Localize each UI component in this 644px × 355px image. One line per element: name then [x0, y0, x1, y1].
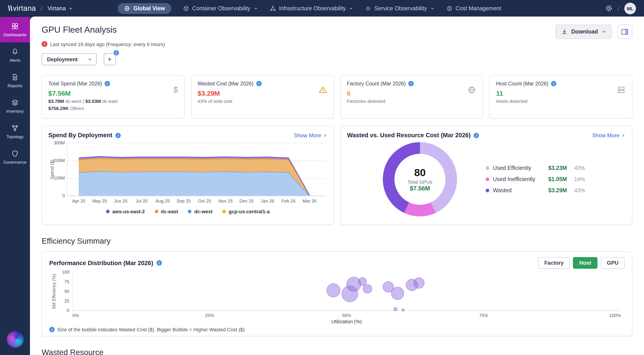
show-more-label: Show More — [592, 132, 620, 138]
legend-label: Used Inefficiently — [493, 176, 548, 182]
layers-icon — [11, 99, 19, 106]
dashboard-grid-icon — [11, 22, 19, 30]
legend-item[interactable]: gcp-us-central1-a — [222, 209, 270, 214]
legend-item[interactable]: dc-west — [188, 209, 213, 214]
toggle-gpu[interactable]: GPU — [600, 257, 625, 269]
bell-icon — [11, 48, 19, 56]
info-icon[interactable] — [551, 81, 556, 86]
svg-text:Utilization (%): Utilization (%) — [332, 319, 362, 324]
svg-text:200M: 200M — [54, 158, 65, 163]
chevron-down-icon — [69, 6, 73, 10]
svg-text:50: 50 — [64, 289, 69, 294]
document-icon — [11, 73, 19, 81]
show-more-link[interactable]: Show More — [592, 132, 626, 138]
svg-text:0: 0 — [62, 193, 65, 198]
plus-icon: + — [108, 56, 112, 63]
nav-item-cost-management[interactable]: Cost Management — [446, 5, 501, 12]
info-icon[interactable] — [116, 132, 121, 138]
spend-area-chart: 0100M200M300MApr 25May 25Jun 25Jul 25Aug… — [48, 138, 327, 206]
sidebar-item-governance[interactable]: Governance — [0, 144, 30, 170]
svg-text:Jul 25: Jul 25 — [136, 198, 148, 204]
show-more-label: Show More — [294, 132, 321, 138]
legend-label: gcp-us-central1-a — [229, 209, 270, 214]
scope-toggle-group: Factory Host GPU — [538, 257, 625, 269]
workspace-selector[interactable]: Virtana — [48, 5, 73, 12]
sidebar-item-dashboards[interactable]: Dashboards — [0, 17, 30, 42]
legend-item[interactable]: Used Inefficiently $1.05M 14% — [486, 176, 590, 182]
toggle-host[interactable]: Host — [573, 257, 598, 269]
wasted-vs-used-card: Wasted vs. Used Resource Cost (Mar 2026)… — [340, 126, 632, 225]
brand-text: virtana — [13, 4, 36, 12]
kpi-title: Total Spend (Mar 2026) — [48, 81, 102, 86]
virtana-orb-logo[interactable] — [6, 331, 24, 348]
show-more-link[interactable]: Show More — [294, 132, 327, 138]
service-gear-icon — [365, 5, 371, 12]
legend-label: dc-east — [161, 209, 178, 214]
toggle-factory[interactable]: Factory — [538, 257, 570, 269]
performance-bubble-chart: 02550751000%25%50%75%100%Utilization (%)… — [49, 269, 625, 324]
gear-icon — [605, 4, 613, 12]
kpi-card-total-spend: Total Spend (Mar 2026) $7.56M $3.78M dc-… — [42, 75, 185, 118]
nav-item-global-view[interactable]: Global View — [118, 3, 171, 14]
nav-divider — [40, 5, 44, 12]
sidebar-item-inventory[interactable]: Inventory — [0, 94, 30, 119]
sync-status-text: Last synced 19 days ago (Frequency: ever… — [50, 41, 165, 47]
svg-text:Oct 25: Oct 25 — [198, 198, 211, 204]
sidebar-label: Dashboards — [4, 32, 26, 37]
virtana-logo[interactable]: \\virtana — [8, 4, 36, 12]
info-icon[interactable] — [113, 50, 119, 56]
settings-button[interactable] — [605, 4, 613, 12]
page-title: GPU Fleet Analysis — [42, 24, 117, 35]
sidebar-item-topology[interactable]: Topology — [0, 119, 30, 144]
nav-item-container-observability[interactable]: Container Observability — [183, 5, 258, 12]
svg-text:100M: 100M — [54, 176, 65, 180]
nav-divider — [617, 5, 620, 12]
panel-toggle-button[interactable] — [617, 24, 632, 39]
legend-percent: 43% — [574, 165, 590, 171]
donut-total-gpus: 80 — [414, 167, 426, 179]
sidebar-item-alerts[interactable]: Alerts — [0, 42, 30, 68]
user-avatar[interactable]: ML — [624, 2, 636, 14]
info-icon[interactable] — [105, 81, 110, 86]
nav-item-infrastructure-observability[interactable]: Infrastructure Observability — [270, 5, 354, 12]
chevron-down-icon — [602, 30, 606, 34]
kpi-card-wasted-cost: Wasted Cost (Mar 2026) $3.29M 43% of tot… — [191, 75, 334, 118]
add-filter-button[interactable]: + — [104, 53, 116, 65]
donut-legend: Used Efficiently $3.23M 43% Used Ineffic… — [486, 165, 590, 194]
deployment-select[interactable]: Deployment — [42, 53, 96, 65]
sidebar-item-reports[interactable]: Reports — [0, 68, 30, 94]
legend-item[interactable]: dc-east — [155, 209, 178, 214]
kpi-card-factory-count: Factory Count (Mar 2026) 6 Factories det… — [340, 75, 483, 118]
svg-text:Mar 26: Mar 26 — [302, 198, 316, 204]
info-icon[interactable] — [408, 81, 414, 86]
sync-warning-icon — [42, 41, 48, 47]
workspace-label: Virtana — [48, 5, 66, 12]
legend-item[interactable]: Used Efficiently $3.23M 43% — [486, 165, 590, 171]
download-button[interactable]: Download — [556, 24, 612, 39]
bubble-note-row: Size of the bubble indicates Wasted Cost… — [49, 327, 625, 332]
svg-text:Sep 25: Sep 25 — [176, 198, 190, 204]
nav-label: Cost Management — [456, 5, 501, 12]
kpi-value: 11 — [496, 90, 626, 97]
network-icon — [270, 5, 276, 12]
legend-dot — [486, 178, 489, 181]
kpi-detail: $756.29K Others — [48, 106, 178, 111]
svg-text:Apr 25: Apr 25 — [72, 198, 86, 204]
info-icon[interactable] — [474, 132, 479, 138]
legend-label: Wasted — [493, 187, 548, 194]
gpu-donut-chart: 80 Total GPUs $7.56M — [382, 141, 458, 217]
svg-text:25%: 25% — [205, 313, 214, 318]
legend-item[interactable]: Wasted $3.29M 43% — [486, 187, 590, 194]
sidebar-label: Alerts — [10, 58, 20, 62]
nav-item-service-observability[interactable]: Service Observability — [365, 5, 434, 12]
kpi-value: $7.56M — [48, 90, 178, 97]
info-icon[interactable] — [256, 81, 262, 86]
chevron-right-icon — [323, 133, 327, 138]
sidebar-label: Governance — [3, 160, 26, 164]
legend-item[interactable]: aws-us-east-2 — [106, 209, 145, 214]
app-root: \\virtana Virtana Global View Container … — [0, 0, 644, 355]
topology-nodes-icon — [11, 124, 19, 132]
spend-by-deployment-card: Spend By Deployment Show More 0100M200M3… — [42, 126, 334, 225]
svg-text:Feb 26: Feb 26 — [282, 198, 296, 204]
info-icon[interactable] — [156, 260, 162, 266]
